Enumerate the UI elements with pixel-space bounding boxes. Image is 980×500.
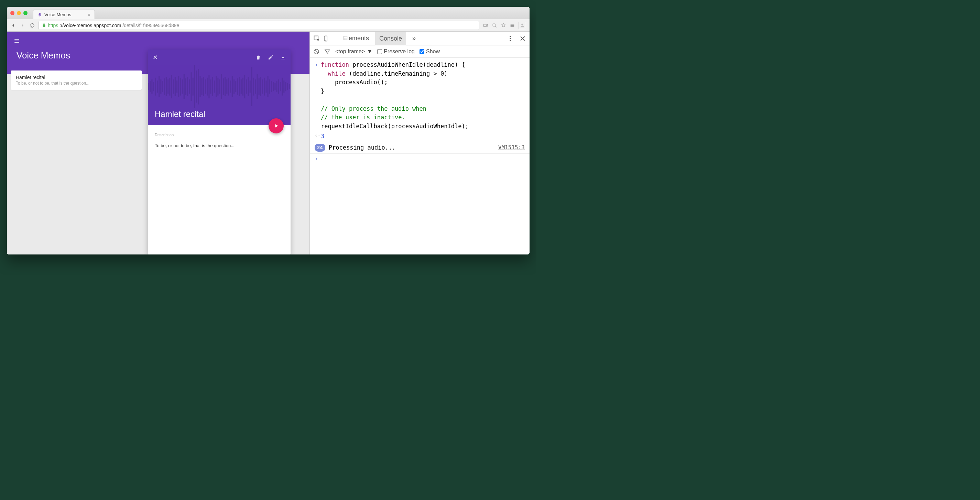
svg-rect-12	[164, 78, 165, 95]
console-log-row: 24 Processing audio... VM1515:3	[310, 142, 530, 154]
hamburger-icon[interactable]	[14, 38, 302, 45]
svg-rect-53	[237, 78, 238, 95]
console-prompt[interactable]: ›	[315, 154, 321, 163]
tab-close-icon[interactable]: ×	[88, 12, 91, 18]
back-button[interactable]	[10, 23, 16, 28]
play-button[interactable]	[269, 118, 284, 134]
voice-memos-app: Voice Memos Hamlet recital To be, or not…	[7, 32, 309, 255]
svg-rect-33	[202, 78, 202, 95]
svg-rect-59	[248, 77, 249, 96]
svg-rect-8	[157, 80, 158, 92]
svg-point-86	[510, 36, 511, 37]
tab-more[interactable]: »	[408, 32, 420, 45]
show-checkbox[interactable]: Show	[420, 48, 440, 55]
profile-button[interactable]	[519, 22, 526, 29]
svg-rect-70	[267, 76, 269, 97]
svg-rect-10	[160, 80, 161, 94]
preserve-log-input[interactable]	[377, 49, 382, 54]
show-input[interactable]	[420, 49, 424, 54]
download-icon[interactable]	[280, 55, 286, 60]
devtools-tabs: Elements Console »	[310, 32, 530, 45]
svg-point-2	[521, 23, 523, 25]
device-icon[interactable]	[322, 35, 329, 42]
console-filter-bar: <top frame> ▼ Preserve log Show	[310, 45, 530, 58]
detail-body: Description To be, or not to be, that is…	[148, 125, 291, 156]
log-message: Processing audio...	[329, 143, 395, 152]
browser-tab[interactable]: Voice Memos ×	[33, 10, 95, 19]
svg-rect-67	[262, 80, 263, 94]
svg-rect-73	[273, 82, 274, 91]
svg-rect-23	[184, 74, 185, 99]
svg-rect-28	[192, 78, 194, 96]
svg-rect-57	[244, 75, 245, 98]
address-bar[interactable]: https://voice-memos.appspot.com/details/…	[38, 21, 479, 30]
content-area: Voice Memos Hamlet recital To be, or not…	[7, 32, 530, 255]
zoom-window-button[interactable]	[23, 11, 27, 15]
url-path: /details/f1f3953e5668d89e	[123, 23, 179, 28]
tab-elements[interactable]: Elements	[339, 32, 373, 45]
svg-rect-44	[221, 74, 222, 99]
menu-icon[interactable]	[510, 23, 515, 28]
svg-rect-45	[223, 78, 224, 95]
preserve-log-label: Preserve log	[384, 48, 415, 55]
memo-list-item[interactable]: Hamlet recital To be, or not to be, that…	[11, 70, 142, 90]
memo-item-subtitle: To be, or not to be, that is the questio…	[16, 81, 137, 86]
svg-rect-50	[232, 76, 233, 97]
log-source-link[interactable]: VM1515:3	[498, 143, 525, 152]
delete-icon[interactable]	[256, 55, 261, 60]
svg-rect-47	[226, 80, 227, 94]
frame-selector[interactable]: <top frame> ▼	[335, 48, 372, 55]
svg-rect-58	[246, 80, 247, 94]
url-host: ://voice-memos.appspot.com	[59, 23, 121, 28]
svg-rect-39	[212, 77, 213, 96]
svg-point-87	[510, 38, 511, 39]
svg-rect-75	[277, 81, 277, 92]
svg-rect-19	[177, 80, 177, 92]
svg-rect-76	[278, 80, 279, 94]
minimize-window-button[interactable]	[17, 11, 21, 15]
kebab-icon[interactable]	[507, 35, 514, 42]
svg-rect-60	[250, 80, 251, 92]
forward-button[interactable]	[20, 23, 25, 28]
svg-rect-5	[151, 80, 152, 94]
play-icon	[274, 123, 279, 128]
svg-rect-69	[266, 80, 266, 92]
console-output[interactable]: › function processAudioWhenIdle(deadline…	[310, 58, 530, 255]
console-code: function processAudioWhenIdle(deadline) …	[321, 61, 525, 131]
svg-rect-72	[271, 81, 272, 92]
clear-console-icon[interactable]	[313, 48, 320, 55]
svg-rect-26	[189, 80, 190, 94]
log-count-badge: 24	[315, 144, 325, 152]
svg-rect-9	[159, 76, 159, 97]
svg-rect-41	[216, 76, 216, 97]
console-input-marker: ›	[315, 61, 321, 131]
svg-rect-79	[283, 80, 284, 92]
memo-item-title: Hamlet recital	[16, 75, 137, 80]
svg-point-1	[493, 23, 495, 26]
svg-rect-82	[289, 84, 290, 89]
svg-rect-81	[287, 83, 288, 90]
svg-rect-78	[282, 78, 283, 96]
svg-rect-32	[199, 76, 200, 97]
detail-header: ✕ Hamlet recital	[148, 49, 291, 125]
zoom-icon[interactable]	[492, 23, 497, 28]
preserve-log-checkbox[interactable]: Preserve log	[377, 48, 415, 55]
camera-icon[interactable]	[483, 23, 488, 28]
edit-icon[interactable]	[268, 55, 274, 60]
svg-rect-29	[194, 65, 195, 108]
star-icon[interactable]	[501, 23, 506, 28]
memo-detail-panel: ✕ Hamlet recital	[148, 49, 291, 255]
svg-rect-43	[220, 80, 220, 94]
tab-console[interactable]: Console	[375, 32, 406, 45]
inspect-icon[interactable]	[313, 35, 320, 42]
svg-rect-42	[217, 78, 218, 96]
reload-button[interactable]	[30, 23, 35, 28]
tab-bar: Voice Memos ×	[7, 7, 530, 19]
filter-icon[interactable]	[324, 48, 331, 55]
chevron-down-icon: ▼	[367, 48, 372, 55]
svg-rect-6	[153, 82, 154, 91]
mic-icon	[38, 13, 42, 17]
svg-rect-15	[169, 78, 170, 96]
devtools-close-icon[interactable]	[519, 35, 526, 42]
close-window-button[interactable]	[10, 11, 14, 15]
